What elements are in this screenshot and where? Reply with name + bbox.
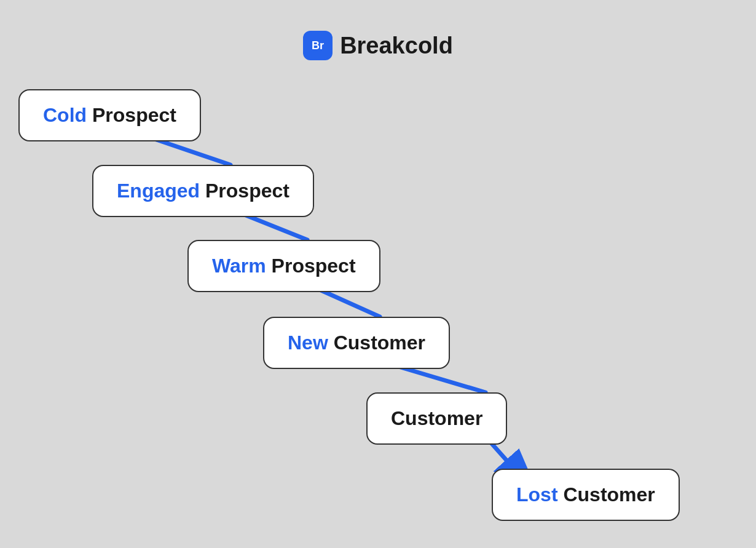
stage-normal-cold-prospect: Prospect	[87, 104, 176, 126]
stage-box-new-customer: New Customer	[263, 317, 450, 369]
stage-highlight-new-customer: New	[288, 332, 328, 354]
stage-normal-customer: Customer	[391, 407, 482, 429]
stage-normal-new-customer: Customer	[328, 332, 425, 354]
stage-highlight-engaged-prospect: Engaged	[117, 180, 200, 202]
stage-highlight-warm-prospect: Warm	[212, 255, 266, 277]
stage-normal-engaged-prospect: Prospect	[200, 180, 289, 202]
stage-box-customer: Customer	[366, 392, 507, 445]
stage-box-engaged-prospect: Engaged Prospect	[92, 165, 314, 217]
logo-text: Br	[312, 39, 324, 52]
brand-name: Breakcold	[340, 33, 453, 59]
stage-normal-lost-customer: Customer	[558, 483, 655, 506]
stage-box-lost-customer: Lost Customer	[492, 469, 680, 521]
header: Br Breakcold	[0, 0, 756, 60]
stage-box-warm-prospect: Warm Prospect	[187, 240, 380, 292]
stage-normal-warm-prospect: Prospect	[266, 255, 356, 277]
stage-highlight-cold-prospect: Cold	[43, 104, 87, 126]
stage-box-cold-prospect: Cold Prospect	[18, 89, 201, 141]
stage-highlight-lost-customer: Lost	[516, 483, 558, 506]
logo-icon: Br	[303, 31, 333, 60]
